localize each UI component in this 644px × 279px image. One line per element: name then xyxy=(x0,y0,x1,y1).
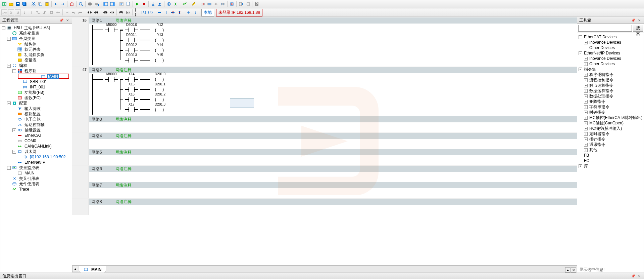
network-body[interactable] xyxy=(89,139,577,149)
hline-icon[interactable] xyxy=(156,9,162,15)
toolbox-i10[interactable]: +MC轴控(CanOpen) xyxy=(577,120,644,126)
coil[interactable]: Y14 ( ) xyxy=(150,48,170,52)
tab-scroll-left[interactable]: ◂ xyxy=(72,266,78,272)
tree-trace[interactable]: Trace xyxy=(0,187,72,192)
network-body[interactable] xyxy=(89,122,577,132)
branch-down-icon[interactable] xyxy=(35,9,41,15)
corner-icon[interactable] xyxy=(71,9,77,15)
redo-icon[interactable] xyxy=(60,1,66,7)
contact-no-icon[interactable] xyxy=(87,9,93,15)
tab-main[interactable]: MAIN xyxy=(79,266,106,273)
tree-varmon[interactable]: −变量监控表 xyxy=(0,165,72,170)
tree-motionaxis[interactable]: 运动控制轴 xyxy=(0,122,72,127)
tree-ecam[interactable]: 电子凸轮 xyxy=(0,117,72,122)
tool4-icon[interactable] xyxy=(220,1,226,7)
tree-axisset[interactable]: +轴组设置 xyxy=(0,127,72,133)
toolbox-i6[interactable]: +矩阵指令 xyxy=(577,99,644,104)
contact[interactable]: D200.0 xyxy=(123,28,140,32)
contact[interactable]: X16 xyxy=(123,97,140,102)
network-comment[interactable]: 网络注释 xyxy=(115,18,132,24)
tree-com0[interactable]: COM0 xyxy=(0,138,72,144)
invert-icon[interactable] xyxy=(186,9,192,15)
tab-close[interactable]: ✕ xyxy=(571,267,576,273)
toolbox-i15[interactable]: +其他 xyxy=(577,147,644,153)
tree-mon-main[interactable]: MAIN xyxy=(0,170,72,176)
network-comment[interactable]: 网络注释 xyxy=(115,117,132,122)
tree-progblk[interactable]: −程序块 xyxy=(0,68,72,74)
compile-icon[interactable] xyxy=(118,1,125,7)
branch-icon[interactable] xyxy=(48,9,54,15)
print-icon[interactable] xyxy=(87,1,93,7)
contact-nc-icon[interactable] xyxy=(93,9,99,15)
toolbox-enip-inov[interactable]: +Inovance Devices xyxy=(577,56,644,61)
vline-icon[interactable] xyxy=(163,9,169,15)
toolbox-search-button[interactable]: 搜索 xyxy=(633,25,643,32)
paste-icon[interactable] xyxy=(44,1,50,7)
enter-icon[interactable] xyxy=(245,1,251,7)
down-icon[interactable]: ↓ xyxy=(192,9,198,15)
tool5-icon[interactable] xyxy=(229,1,235,7)
tree-sbr[interactable]: SBR_001 xyxy=(0,79,72,84)
exit-icon[interactable] xyxy=(238,1,244,7)
tool2-icon[interactable] xyxy=(206,1,212,7)
contact[interactable]: D200.3 xyxy=(123,58,140,63)
tree-root[interactable]: −💻H5U_主站 [H5U-A8] xyxy=(0,25,72,31)
ladder-rung[interactable]: X17 D201.3 ( ) xyxy=(92,105,574,115)
tree-vartable[interactable]: 变量表 xyxy=(0,57,72,63)
toolbox-i1[interactable]: +程序逻辑指令 xyxy=(577,72,644,77)
del-hline-icon[interactable] xyxy=(170,9,176,15)
network-body[interactable] xyxy=(89,188,577,198)
contact[interactable]: D200.2 xyxy=(123,48,140,52)
tool1-icon[interactable] xyxy=(200,1,206,7)
network-body[interactable]: M8000 D200.0 Y12 ( ) D200.1 Y13 ( ) xyxy=(89,24,577,67)
find-icon[interactable] xyxy=(78,1,84,7)
network-body[interactable] xyxy=(89,172,577,182)
corner2-icon[interactable] xyxy=(78,9,84,15)
open-icon[interactable] xyxy=(8,1,14,7)
pin-icon[interactable]: 📌 xyxy=(631,18,636,23)
edit-icon[interactable] xyxy=(191,1,197,7)
contact[interactable]: X14 xyxy=(123,77,140,82)
toolbox-i8[interactable]: +时钟指令 xyxy=(577,110,644,115)
network-comment[interactable]: 网络注释 xyxy=(115,199,132,205)
window1-icon[interactable] xyxy=(103,1,109,7)
cut-icon[interactable] xyxy=(31,1,37,7)
stop-icon[interactable] xyxy=(141,1,147,7)
branch-up-icon[interactable] xyxy=(42,9,48,15)
tree-inputfilter[interactable]: 输入滤波 xyxy=(0,106,72,111)
tree-main[interactable]: MAIN xyxy=(18,74,69,79)
network-body[interactable] xyxy=(89,205,577,215)
lad-icon[interactable]: LAD xyxy=(1,9,7,15)
contact[interactable]: M8000 xyxy=(103,77,120,82)
new-file-icon[interactable] xyxy=(1,1,7,7)
s2-icon[interactable]: S xyxy=(15,9,21,15)
network-body[interactable]: M8000 X14 D201.0 ( ) X15 D201.1 ( ) xyxy=(89,73,577,116)
tool3-icon[interactable] xyxy=(213,1,219,7)
contact-n-icon[interactable] xyxy=(109,9,115,15)
online-icon[interactable] xyxy=(172,1,179,7)
network-body[interactable] xyxy=(89,155,577,165)
toolbox-ecat-inov[interactable]: +Inovance Devices xyxy=(577,40,644,45)
ladder-rung[interactable]: D200.2 Y14 ( ) xyxy=(92,45,574,55)
tree-int[interactable]: INT_001 xyxy=(0,84,72,90)
ladder-rung[interactable]: D200.3 Y15 ( ) xyxy=(92,55,574,65)
toolbox-tree[interactable]: −EtherCAT Devices +Inovance Devices Othe… xyxy=(577,33,644,266)
contact[interactable]: X17 xyxy=(123,107,140,112)
contact-p-icon[interactable] xyxy=(102,9,108,15)
network-header[interactable]: 网络8 网络注释 xyxy=(89,199,577,205)
close-icon[interactable]: ✕ xyxy=(65,18,70,23)
toolbox-i9[interactable]: +MC轴控(EtherCAT&脉冲输出) xyxy=(577,115,644,120)
tree-ethercat[interactable]: EtherCAT xyxy=(0,133,72,138)
arrow-down-icon[interactable]: ↓ xyxy=(21,9,28,15)
window2-icon[interactable] xyxy=(109,1,115,7)
floating-edit-box[interactable] xyxy=(230,98,254,108)
toolbox-i4[interactable]: +数据运算指令 xyxy=(577,88,644,93)
network-comment[interactable]: 网络注释 xyxy=(115,150,132,155)
toolbox-fb[interactable]: FB xyxy=(577,153,644,158)
delete-icon[interactable] xyxy=(69,1,75,7)
coil[interactable]: D201.3 ( ) xyxy=(150,107,170,112)
local-button[interactable]: 本地 xyxy=(201,9,214,16)
toolbox-i5[interactable]: +数据处理指令 xyxy=(577,93,644,99)
save-icon[interactable] xyxy=(15,1,21,7)
tree-eth-item[interactable]: [0]192.168.1.90:502 xyxy=(0,154,72,160)
